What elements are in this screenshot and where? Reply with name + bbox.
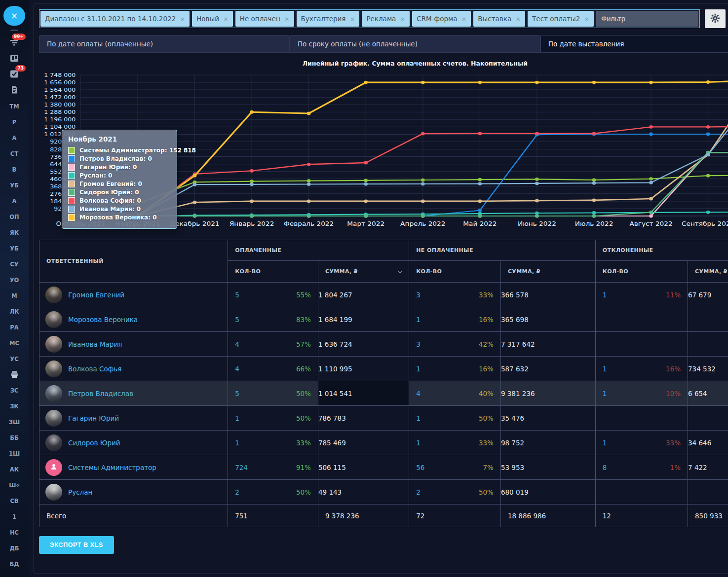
filter-chip[interactable]: Диапазон с 31.10.2021 по 14.10.2022×: [40, 11, 190, 27]
filter-chip[interactable]: CRM-форма×: [412, 11, 471, 27]
filter-chip[interactable]: Новый×: [192, 11, 233, 27]
chart-point: [421, 81, 425, 84]
sidebar-shortcut[interactable]: БД: [9, 556, 20, 572]
filter-chip[interactable]: Не оплачен×: [235, 11, 294, 27]
unpaid-count: 56: [416, 464, 424, 471]
legend-swatch: [68, 197, 75, 204]
filter-settings-button[interactable]: [705, 9, 726, 28]
filter-chip-label: Бухгалтерия: [301, 15, 346, 23]
menu-grip[interactable]: [10, 30, 18, 31]
declined-count-cell: [595, 332, 688, 357]
responsible-link[interactable]: Волкова Софья: [68, 365, 121, 373]
sidebar-shortcut[interactable]: АК: [9, 462, 20, 477]
declined-percent: 1%: [670, 464, 681, 471]
responsible-link[interactable]: Морозова Вероника: [68, 316, 138, 324]
tasks-menu-item[interactable]: 73: [4, 67, 24, 82]
filter-chip[interactable]: Тест оплаты2×: [528, 11, 594, 27]
filter-box[interactable]: Диапазон с 31.10.2021 по 14.10.2022×Новы…: [39, 9, 700, 28]
sidebar-shortcut[interactable]: РА: [9, 320, 20, 335]
sidebar-shortcut[interactable]: ББ: [9, 430, 20, 446]
unpaid-percent: 50%: [479, 414, 494, 422]
avatar: [45, 434, 62, 451]
sidebar-shortcut[interactable]: ЗШ: [9, 414, 20, 430]
sidebar-shortcut[interactable]: НС: [9, 525, 20, 541]
sidebar-shortcut[interactable]: УБ: [9, 178, 20, 193]
tooltip-item-label: Системы Администратор: 152 818: [79, 147, 196, 154]
chart-point: [193, 174, 197, 178]
sidebar-shortcut[interactable]: ЯК: [9, 225, 20, 241]
sidebar-shortcut[interactable]: СУ: [9, 256, 20, 272]
responsible-link[interactable]: Иванова Мария: [68, 340, 122, 348]
tab-3[interactable]: По дате выставления: [540, 35, 728, 53]
sidebar-shortcut[interactable]: М: [9, 288, 20, 304]
declined-sum: [688, 332, 728, 357]
sidebar-shortcut[interactable]: ЗК: [9, 398, 20, 414]
tooltip-item-label: Иванова Мария: 0: [79, 206, 141, 213]
paid-count-cell: 457%: [228, 332, 318, 357]
tab-1[interactable]: По дате оплаты (оплаченные): [39, 35, 290, 53]
device-menu-item[interactable]: [9, 367, 20, 383]
paid-count-cell: 150%: [228, 406, 318, 431]
export-xls-button[interactable]: ЭКСПОРТ В XLS: [39, 536, 114, 554]
unpaid-percent: 33%: [479, 291, 494, 299]
filter-chip[interactable]: Выставка×: [473, 11, 525, 27]
responsible-link[interactable]: Петров Владислав: [68, 390, 133, 397]
sidebar-shortcut[interactable]: Ш«: [9, 477, 20, 493]
total-declined-count: 12: [595, 505, 688, 527]
sidebar-shortcut[interactable]: А: [9, 193, 20, 209]
paid-count-cell: 555%: [228, 283, 318, 307]
chip-close-icon[interactable]: ×: [223, 15, 229, 23]
sidebar-shortcut[interactable]: УБ: [9, 241, 20, 256]
legend-swatch: [68, 206, 75, 213]
sidebar-shortcut[interactable]: ЛК: [9, 304, 20, 320]
chart-point: [478, 209, 482, 212]
chip-close-icon[interactable]: ×: [584, 15, 589, 23]
chart-point: [307, 215, 311, 218]
tab-2[interactable]: По сроку оплаты (не оплаченные): [290, 35, 540, 53]
x-axis-tick: Февраль 2022: [284, 220, 334, 227]
sidebar-shortcut[interactable]: Р: [9, 114, 20, 130]
sidebar-shortcut[interactable]: ЗС: [9, 383, 20, 398]
sidebar-shortcut[interactable]: В: [9, 162, 20, 178]
chart-point: [307, 179, 311, 182]
responsible-link[interactable]: Сидоров Юрий: [68, 439, 120, 447]
responsible-link[interactable]: Системы Администратор: [68, 464, 156, 471]
unpaid-count-cell: 333%: [409, 283, 501, 307]
close-menu-button[interactable]: ×: [3, 6, 25, 26]
responsible-link[interactable]: Руслан: [68, 488, 92, 496]
sidebar-shortcut[interactable]: ТМ: [9, 99, 20, 114]
unpaid-sum: 680 019: [500, 480, 595, 505]
sidebar-shortcut[interactable]: А: [9, 130, 20, 146]
responsible-link[interactable]: Громов Евгений: [68, 291, 124, 299]
paid-percent: 55%: [296, 291, 311, 299]
kanban-menu-item[interactable]: [4, 51, 24, 67]
chip-close-icon[interactable]: ×: [284, 15, 290, 23]
chip-close-icon[interactable]: ×: [400, 15, 405, 23]
table-row: Петров Владислав550%1 014 541440%9 381 2…: [39, 381, 728, 406]
sidebar-shortcut[interactable]: 1Ш: [9, 446, 20, 462]
header-responsible: ОТВЕТСТВЕННЫЙ: [39, 240, 228, 283]
chip-close-icon[interactable]: ×: [515, 15, 521, 23]
header-paid-count: КОЛ-ВО: [228, 261, 318, 283]
sidebar-shortcut[interactable]: ОП: [9, 209, 20, 225]
chip-close-icon[interactable]: ×: [180, 15, 185, 23]
chart-point: [649, 215, 653, 218]
responsible-link[interactable]: Гагарин Юрий: [68, 414, 119, 422]
filter-chip[interactable]: Бухгалтерия×: [297, 11, 360, 27]
chip-close-icon[interactable]: ×: [349, 15, 355, 23]
sidebar-shortcut[interactable]: УС: [9, 351, 20, 367]
sidebar-shortcut[interactable]: МС: [9, 335, 20, 351]
chip-close-icon[interactable]: ×: [461, 15, 466, 23]
sidebar-shortcut[interactable]: УО: [9, 272, 20, 288]
header-paid-sum-sort[interactable]: СУММА, ₽: [318, 261, 409, 283]
feed-menu-item[interactable]: 99+: [4, 36, 24, 51]
filter-chip[interactable]: Реклама×: [362, 11, 410, 27]
sidebar-shortcut[interactable]: 1: [9, 509, 20, 525]
chart-point: [706, 211, 710, 214]
sidebar-shortcut[interactable]: СВ: [9, 493, 20, 509]
sidebar-shortcut[interactable]: СТ: [9, 146, 20, 162]
x-axis-tick: Август 2022: [629, 220, 672, 227]
documents-menu-item[interactable]: [4, 83, 24, 98]
sidebar-shortcut[interactable]: ДБ: [9, 541, 20, 556]
filter-input[interactable]: [596, 11, 698, 27]
